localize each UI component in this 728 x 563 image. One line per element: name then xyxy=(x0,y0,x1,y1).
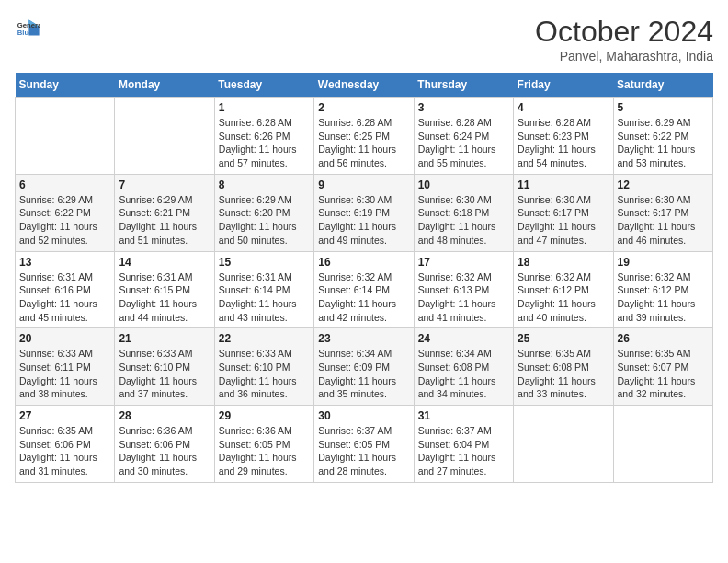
day-number: 1 xyxy=(219,101,310,114)
day-number: 31 xyxy=(418,409,509,422)
day-info: Sunrise: 6:28 AMSunset: 6:25 PMDaylight:… xyxy=(318,116,409,170)
day-number: 9 xyxy=(318,178,409,191)
day-info: Sunrise: 6:30 AMSunset: 6:17 PMDaylight:… xyxy=(518,193,609,247)
day-number: 4 xyxy=(518,101,609,114)
day-info: Sunrise: 6:28 AMSunset: 6:26 PMDaylight:… xyxy=(219,116,310,170)
weekday-header-wednesday: Wednesday xyxy=(314,73,414,98)
calendar-day-cell: 24Sunrise: 6:34 AMSunset: 6:08 PMDayligh… xyxy=(414,328,513,406)
day-info: Sunrise: 6:32 AMSunset: 6:12 PMDaylight:… xyxy=(618,270,709,325)
day-info: Sunrise: 6:33 AMSunset: 6:10 PMDaylight:… xyxy=(119,347,210,401)
weekday-header-row: SundayMondayTuesdayWednesdayThursdayFrid… xyxy=(16,73,713,98)
day-info: Sunrise: 6:28 AMSunset: 6:23 PMDaylight:… xyxy=(518,116,609,170)
calendar-day-cell: 7Sunrise: 6:29 AMSunset: 6:21 PMDaylight… xyxy=(115,174,214,251)
day-info: Sunrise: 6:29 AMSunset: 6:22 PMDaylight:… xyxy=(19,193,110,247)
day-number: 3 xyxy=(418,101,509,114)
calendar-day-cell: 23Sunrise: 6:34 AMSunset: 6:09 PMDayligh… xyxy=(314,328,414,406)
calendar-day-cell xyxy=(613,406,712,483)
day-info: Sunrise: 6:34 AMSunset: 6:08 PMDaylight:… xyxy=(418,347,509,401)
day-number: 11 xyxy=(518,178,609,191)
calendar-day-cell: 6Sunrise: 6:29 AMSunset: 6:22 PMDaylight… xyxy=(16,174,115,251)
day-number: 8 xyxy=(219,178,310,191)
day-number: 29 xyxy=(219,409,310,422)
day-number: 25 xyxy=(518,332,609,345)
day-info: Sunrise: 6:31 AMSunset: 6:14 PMDaylight:… xyxy=(219,270,310,325)
calendar-day-cell: 11Sunrise: 6:30 AMSunset: 6:17 PMDayligh… xyxy=(514,174,613,251)
calendar-day-cell: 29Sunrise: 6:36 AMSunset: 6:05 PMDayligh… xyxy=(214,406,313,483)
weekday-header-saturday: Saturday xyxy=(613,73,712,98)
day-info: Sunrise: 6:30 AMSunset: 6:17 PMDaylight:… xyxy=(618,193,709,247)
calendar-week-1: 1Sunrise: 6:28 AMSunset: 6:26 PMDaylight… xyxy=(16,98,713,175)
day-info: Sunrise: 6:29 AMSunset: 6:21 PMDaylight:… xyxy=(119,193,210,247)
day-number: 22 xyxy=(219,332,310,345)
calendar-day-cell: 30Sunrise: 6:37 AMSunset: 6:05 PMDayligh… xyxy=(314,406,414,483)
weekday-header-tuesday: Tuesday xyxy=(214,73,313,98)
day-number: 6 xyxy=(19,178,110,191)
calendar-day-cell: 13Sunrise: 6:31 AMSunset: 6:16 PMDayligh… xyxy=(16,251,115,328)
month-title: October 2024 xyxy=(535,15,713,49)
day-number: 18 xyxy=(518,256,609,269)
day-number: 28 xyxy=(119,409,210,422)
calendar-day-cell: 1Sunrise: 6:28 AMSunset: 6:26 PMDaylight… xyxy=(214,98,313,175)
day-number: 26 xyxy=(618,332,709,345)
calendar-week-4: 20Sunrise: 6:33 AMSunset: 6:11 PMDayligh… xyxy=(16,328,713,406)
calendar-table: SundayMondayTuesdayWednesdayThursdayFrid… xyxy=(15,73,713,483)
logo: General Blue xyxy=(15,15,40,40)
day-info: Sunrise: 6:30 AMSunset: 6:19 PMDaylight:… xyxy=(318,193,409,247)
day-number: 12 xyxy=(618,178,709,191)
day-info: Sunrise: 6:31 AMSunset: 6:16 PMDaylight:… xyxy=(19,270,110,325)
day-info: Sunrise: 6:33 AMSunset: 6:11 PMDaylight:… xyxy=(19,347,110,401)
calendar-day-cell: 14Sunrise: 6:31 AMSunset: 6:15 PMDayligh… xyxy=(115,251,214,328)
day-number: 24 xyxy=(418,332,509,345)
day-info: Sunrise: 6:37 AMSunset: 6:05 PMDaylight:… xyxy=(318,424,409,478)
weekday-header-sunday: Sunday xyxy=(16,73,115,98)
title-block: October 2024 Panvel, Maharashtra, India xyxy=(535,15,713,63)
day-number: 17 xyxy=(418,256,509,269)
calendar-day-cell: 28Sunrise: 6:36 AMSunset: 6:06 PMDayligh… xyxy=(115,406,214,483)
day-number: 2 xyxy=(318,101,409,114)
calendar-day-cell: 19Sunrise: 6:32 AMSunset: 6:12 PMDayligh… xyxy=(613,251,712,328)
calendar-day-cell: 15Sunrise: 6:31 AMSunset: 6:14 PMDayligh… xyxy=(214,251,313,328)
day-info: Sunrise: 6:32 AMSunset: 6:13 PMDaylight:… xyxy=(418,270,509,325)
svg-text:General: General xyxy=(17,21,40,29)
day-info: Sunrise: 6:35 AMSunset: 6:06 PMDaylight:… xyxy=(19,424,110,478)
calendar-day-cell: 8Sunrise: 6:29 AMSunset: 6:20 PMDaylight… xyxy=(214,174,313,251)
calendar-week-2: 6Sunrise: 6:29 AMSunset: 6:22 PMDaylight… xyxy=(16,174,713,251)
calendar-day-cell: 12Sunrise: 6:30 AMSunset: 6:17 PMDayligh… xyxy=(613,174,712,251)
day-info: Sunrise: 6:32 AMSunset: 6:14 PMDaylight:… xyxy=(318,270,409,325)
day-number: 27 xyxy=(19,409,110,422)
calendar-day-cell xyxy=(115,98,214,175)
day-info: Sunrise: 6:35 AMSunset: 6:07 PMDaylight:… xyxy=(618,347,709,401)
calendar-day-cell: 5Sunrise: 6:29 AMSunset: 6:22 PMDaylight… xyxy=(613,98,712,175)
day-info: Sunrise: 6:33 AMSunset: 6:10 PMDaylight:… xyxy=(219,347,310,401)
day-number: 14 xyxy=(119,256,210,269)
day-number: 10 xyxy=(418,178,509,191)
day-info: Sunrise: 6:32 AMSunset: 6:12 PMDaylight:… xyxy=(518,270,609,325)
day-info: Sunrise: 6:37 AMSunset: 6:04 PMDaylight:… xyxy=(418,424,509,478)
day-number: 20 xyxy=(19,332,110,345)
calendar-day-cell: 27Sunrise: 6:35 AMSunset: 6:06 PMDayligh… xyxy=(16,406,115,483)
calendar-day-cell: 10Sunrise: 6:30 AMSunset: 6:18 PMDayligh… xyxy=(414,174,513,251)
calendar-day-cell: 26Sunrise: 6:35 AMSunset: 6:07 PMDayligh… xyxy=(613,328,712,406)
calendar-week-3: 13Sunrise: 6:31 AMSunset: 6:16 PMDayligh… xyxy=(16,251,713,328)
svg-text:Blue: Blue xyxy=(17,29,33,37)
weekday-header-friday: Friday xyxy=(514,73,613,98)
day-info: Sunrise: 6:29 AMSunset: 6:20 PMDaylight:… xyxy=(219,193,310,247)
day-info: Sunrise: 6:36 AMSunset: 6:06 PMDaylight:… xyxy=(119,424,210,478)
page-header: General Blue October 2024 Panvel, Mahara… xyxy=(15,15,713,63)
day-info: Sunrise: 6:35 AMSunset: 6:08 PMDaylight:… xyxy=(518,347,609,401)
day-number: 7 xyxy=(119,178,210,191)
day-info: Sunrise: 6:36 AMSunset: 6:05 PMDaylight:… xyxy=(219,424,310,478)
day-number: 15 xyxy=(219,256,310,269)
calendar-day-cell: 31Sunrise: 6:37 AMSunset: 6:04 PMDayligh… xyxy=(414,406,513,483)
day-info: Sunrise: 6:34 AMSunset: 6:09 PMDaylight:… xyxy=(318,347,409,401)
calendar-day-cell: 17Sunrise: 6:32 AMSunset: 6:13 PMDayligh… xyxy=(414,251,513,328)
logo-icon: General Blue xyxy=(15,15,40,40)
day-info: Sunrise: 6:30 AMSunset: 6:18 PMDaylight:… xyxy=(418,193,509,247)
day-number: 19 xyxy=(618,256,709,269)
day-number: 21 xyxy=(119,332,210,345)
weekday-header-thursday: Thursday xyxy=(414,73,513,98)
calendar-day-cell: 20Sunrise: 6:33 AMSunset: 6:11 PMDayligh… xyxy=(16,328,115,406)
day-number: 5 xyxy=(618,101,709,114)
calendar-day-cell: 4Sunrise: 6:28 AMSunset: 6:23 PMDaylight… xyxy=(514,98,613,175)
day-number: 16 xyxy=(318,256,409,269)
